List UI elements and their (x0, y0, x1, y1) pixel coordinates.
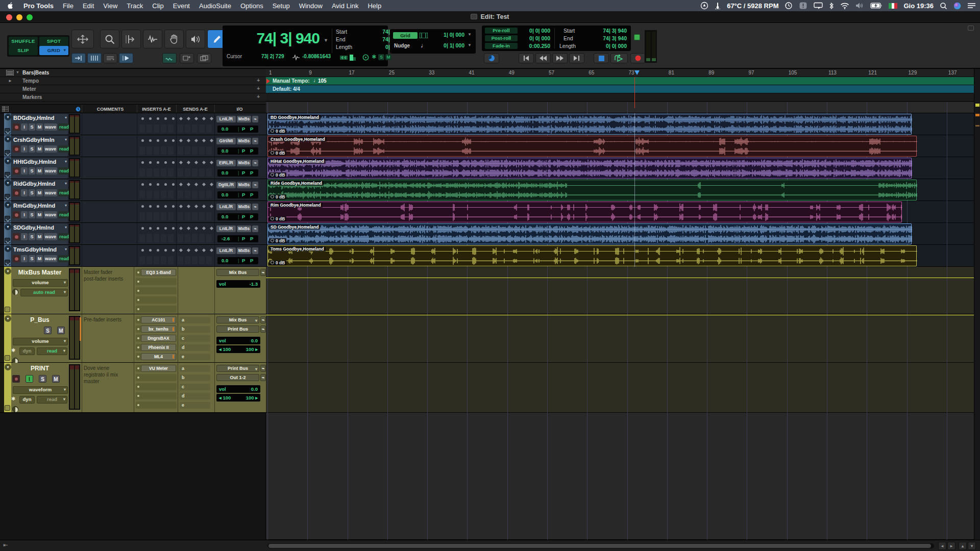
output-path-button[interactable]: MxBs (237, 138, 251, 144)
insert-slot-e[interactable] (136, 402, 177, 409)
menu-window[interactable]: Window (295, 2, 327, 10)
clip-gain-badge[interactable]: 0 dB (269, 260, 286, 265)
output-path-button[interactable]: MxBs (237, 226, 251, 232)
track-name-block[interactable]: SDGdby,Hmlnd▾ISMwaveread (12, 223, 68, 244)
menu-help[interactable]: Help (363, 2, 386, 10)
scroll-down-button[interactable]: ▾ (968, 542, 976, 550)
track-name[interactable]: TmsGdbyHmlnd (13, 246, 60, 253)
volume-icon[interactable] (855, 2, 864, 9)
track-automation-icon[interactable] (5, 172, 10, 178)
track-automation-icon[interactable] (5, 216, 10, 221)
grid-mode-dropdown-icon[interactable]: ▼ (63, 46, 67, 55)
meter-add-button[interactable]: + (257, 86, 260, 91)
nudge-dropdown-icon[interactable]: ▼ (468, 43, 472, 47)
sends-slots[interactable] (180, 183, 213, 186)
input-monitor-button[interactable]: I (21, 123, 28, 131)
sends-slots[interactable] (180, 249, 213, 252)
menu-edit[interactable]: Edit (78, 2, 99, 10)
ruler-tempo[interactable]: ► Tempo + (0, 77, 266, 85)
input-monitor-button[interactable]: I (26, 375, 33, 383)
output-path-button[interactable]: Mix Bus▾ (216, 316, 259, 323)
volume-pan-readout[interactable]: 0.0|PP (217, 126, 258, 133)
control-center-icon[interactable] (967, 3, 976, 9)
input-path-button[interactable]: LnIL/R (216, 116, 236, 122)
volume-readout[interactable]: vol0.0 (216, 385, 260, 393)
automation-mode-button[interactable]: auto read▾ (20, 289, 68, 296)
send-slot-b[interactable]: b (180, 326, 210, 333)
spotlight-icon[interactable] (940, 2, 947, 10)
markers-add-button[interactable]: + (257, 94, 260, 99)
track-name-dropdown-icon[interactable]: ▾ (65, 203, 67, 208)
automation-mode-button[interactable]: read (58, 167, 70, 174)
track-name-dropdown-icon[interactable]: ▾ (65, 159, 67, 164)
track-name[interactable]: P_Bus (12, 316, 67, 323)
track-lane-print[interactable] (266, 363, 974, 413)
output-plug-icon[interactable]: ⌁ (260, 316, 266, 323)
track-automation-icon[interactable] (5, 405, 10, 411)
track-view-selector[interactable]: wave (44, 233, 57, 240)
menu-view[interactable]: View (99, 2, 122, 10)
record-enable-button[interactable] (13, 189, 20, 196)
insert-slot-b[interactable]: bx_twnhs (136, 325, 177, 333)
volume-pan-readout[interactable]: 0.0|PP (217, 147, 258, 155)
timebase-clock-icon[interactable] (12, 406, 18, 412)
mute-button[interactable]: M (36, 123, 43, 131)
horizontal-scrollbar[interactable] (267, 543, 934, 548)
input-path-button[interactable]: LnIL/R (216, 226, 236, 232)
toolbar-options-icon[interactable] (968, 26, 974, 31)
track-header-mixbus-master[interactable]: ▾MixBus Mastervolume▾auto read▾Master fa… (0, 267, 266, 314)
track-header-rmgdby-hmlnd[interactable]: ▾RmGdby,Hmlnd▾ISMwavereadLnIL/RMxBs⌁0.0|… (0, 201, 266, 223)
track-view-selector[interactable]: volume▾ (13, 338, 68, 345)
track-view-selector[interactable]: wave (44, 145, 57, 153)
input-monitor-button[interactable]: I (21, 211, 28, 218)
insert-slot-b[interactable] (136, 278, 177, 285)
grid-dropdown-icon[interactable]: ▼ (468, 32, 472, 37)
track-automation-icon[interactable] (5, 150, 10, 156)
volume-pan-readout[interactable]: 0.0|PP (217, 257, 258, 264)
clip-gain-badge[interactable]: 0 dB (269, 151, 286, 156)
edit-mode-spot[interactable]: SPOT (39, 37, 68, 46)
play-button[interactable] (610, 53, 628, 63)
clip-gain-badge[interactable]: 0 dB (269, 129, 286, 134)
solo-button[interactable]: S (29, 167, 35, 174)
keyboard-focus-button[interactable] (634, 34, 640, 40)
home-scroll-icon[interactable]: ⇤ (3, 542, 8, 548)
track-collapse-icon[interactable]: ▾ (5, 180, 11, 186)
menu-audiosuite[interactable]: AudioSuite (194, 2, 236, 10)
track-name[interactable]: RmGdby,Hmlnd (13, 203, 60, 209)
output-plug-icon[interactable]: ⌁ (252, 160, 258, 166)
inserts-slots[interactable] (141, 183, 175, 186)
send-slot-b[interactable]: b (180, 374, 210, 381)
track-name-block[interactable]: TmsGdbyHmlnd▾ISMwaveread (12, 245, 68, 266)
output2-path-button[interactable]: Out 1-2 (216, 374, 259, 381)
playhead-marker-icon[interactable] (634, 70, 640, 75)
wifi-icon[interactable] (840, 3, 849, 9)
online-button[interactable] (484, 53, 499, 63)
insert-slot-c[interactable] (136, 287, 177, 294)
output-path-button[interactable]: MxBs (237, 204, 251, 210)
insert-slot-a[interactable]: AC101 (136, 316, 177, 323)
insert-slot-c[interactable]: DngrsBAX (136, 335, 177, 342)
menu-event[interactable]: Event (168, 2, 194, 10)
clip-gain-badge[interactable]: 0 dB (269, 238, 286, 243)
send-slot-c[interactable]: c (180, 384, 210, 390)
edit-mode-grid[interactable]: GRID▼ (39, 46, 68, 55)
insert-slot-a[interactable]: EQ3 1-Band (136, 269, 177, 276)
track-name[interactable]: CrshGdbyHmln (13, 137, 60, 143)
record-enable-button[interactable] (12, 375, 20, 383)
grid-value[interactable]: 1| 0| 000 (444, 32, 464, 38)
solo-status-icon[interactable]: S (378, 54, 384, 60)
solo-button[interactable]: S (29, 145, 35, 153)
output-path-button[interactable]: MxBs (237, 182, 251, 188)
sends-slots[interactable] (180, 205, 213, 208)
mirror-editing-button[interactable] (87, 53, 102, 63)
track-lane-mixbus-master[interactable] (266, 267, 974, 314)
clip-bd-goodbye-homeland[interactable]: BD Goodbye,Homeland0 dB (267, 114, 912, 135)
output-path-button[interactable]: MxBs (237, 247, 251, 254)
automation-mode-button[interactable]: read (58, 189, 70, 196)
track-header-p-bus[interactable]: ▾P_BusSMvolume▾✱dynread▾Pre-fader insert… (0, 314, 266, 363)
volume-pan-readout[interactable]: 0.0|PP (217, 191, 258, 198)
insert-slot-b[interactable] (136, 374, 177, 381)
stop-button[interactable] (594, 53, 609, 63)
meter-event-label[interactable]: Default: 4/4 (273, 86, 300, 92)
